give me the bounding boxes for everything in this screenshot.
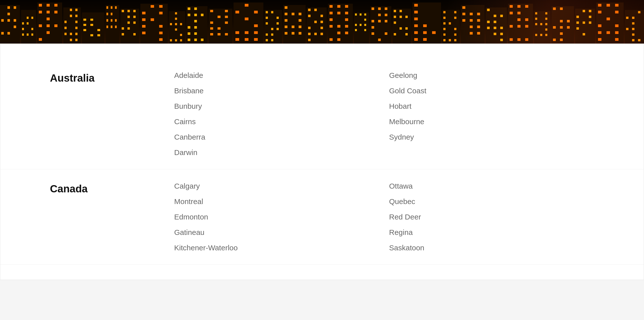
city-kitchener-waterloo[interactable]: Kitchener-Waterloo [174,244,379,252]
content-area: AustraliaAdelaideBrisbaneBunburyCairnsCa… [0,44,644,280]
city-brisbane[interactable]: Brisbane [174,87,379,95]
city-gatineau[interactable]: Gatineau [174,228,379,237]
cities-column-left-canada: CalgaryMontrealEdmontonGatineauKitchener… [174,182,379,252]
city-bunbury[interactable]: Bunbury [174,102,379,110]
city-sydney[interactable]: Sydney [389,133,594,141]
hero-banner [0,0,644,44]
city-regina[interactable]: Regina [389,228,594,237]
city-adelaide[interactable]: Adelaide [174,71,379,80]
city-darwin[interactable]: Darwin [174,148,379,157]
city-hobart[interactable]: Hobart [389,102,594,110]
country-heading-australia: Australia [50,71,174,157]
city-montreal[interactable]: Montreal [174,197,379,206]
city-geelong[interactable]: Geelong [389,71,594,80]
city-gold-coast[interactable]: Gold Coast [389,87,594,95]
city-calgary[interactable]: Calgary [174,182,379,190]
city-melbourne[interactable]: Melbourne [389,117,594,126]
hero-canvas [0,0,644,44]
section-australia: AustraliaAdelaideBrisbaneBunburyCairnsCa… [0,59,644,170]
city-quebec[interactable]: Quebec [389,197,594,206]
city-ottawa[interactable]: Ottawa [389,182,594,190]
city-canberra[interactable]: Canberra [174,133,379,141]
cities-grid-canada: CalgaryMontrealEdmontonGatineauKitchener… [174,182,594,252]
section-canada: CanadaCalgaryMontrealEdmontonGatineauKit… [0,170,644,265]
city-edmonton[interactable]: Edmonton [174,213,379,221]
city-red-deer[interactable]: Red Deer [389,213,594,221]
city-cairns[interactable]: Cairns [174,117,379,126]
cities-grid-australia: AdelaideBrisbaneBunburyCairnsCanberraDar… [174,71,594,157]
city-saskatoon[interactable]: Saskatoon [389,244,594,252]
country-heading-canada: Canada [50,182,174,252]
cities-column-right-australia: GeelongGold CoastHobartMelbourneSydney [389,71,594,157]
cities-column-right-canada: OttawaQuebecRed DeerReginaSaskatoon [389,182,594,252]
cities-column-left-australia: AdelaideBrisbaneBunburyCairnsCanberraDar… [174,71,379,157]
